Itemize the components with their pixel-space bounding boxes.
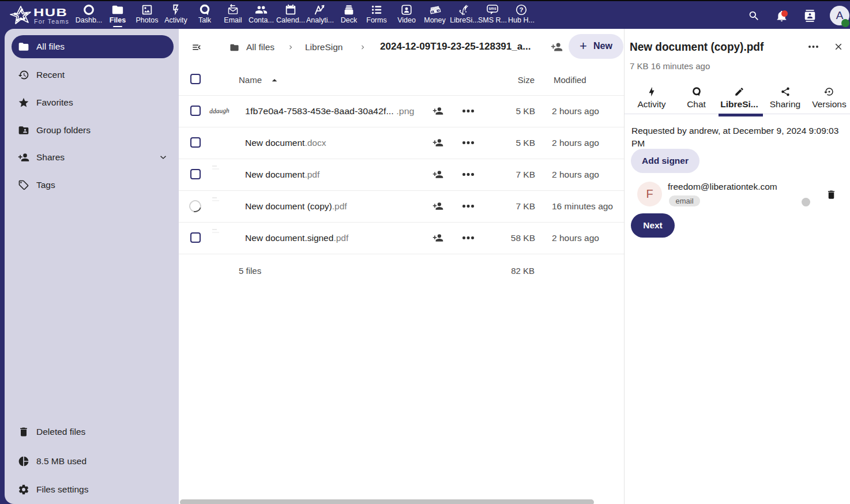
- svg-text:ddaugh: ddaugh: [209, 107, 230, 115]
- svg-text:sms: sms: [488, 6, 496, 10]
- svg-text:?: ?: [520, 6, 524, 13]
